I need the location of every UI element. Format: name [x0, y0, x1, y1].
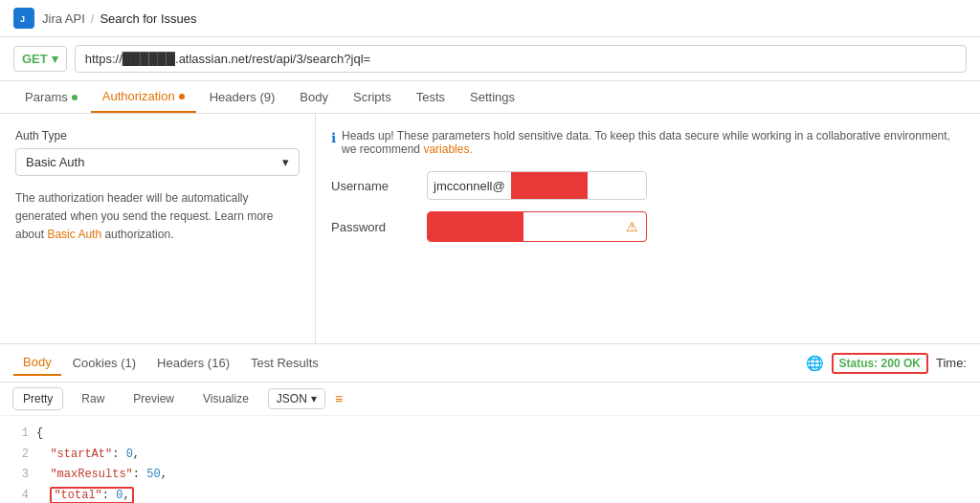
format-pretty-button[interactable]: Pretty [13, 388, 62, 409]
url-input[interactable] [75, 45, 967, 73]
time-label: Time: [936, 356, 967, 370]
warning-icon: ⚠ [618, 219, 646, 234]
json-line-4: 4 "total": 0, [13, 486, 967, 503]
resp-tab-headers-label: Headers (16) [157, 356, 230, 370]
notice-box: ℹ Heads up! These parameters hold sensit… [331, 129, 965, 156]
svg-text:J: J [20, 14, 25, 24]
format-type-label: JSON [277, 392, 307, 405]
right-panel: ℹ Heads up! These parameters hold sensit… [316, 114, 980, 343]
request-tabs: Params Authorization Headers (9) Body Sc… [0, 81, 980, 114]
format-controls: Pretty Raw Preview Visualize JSON ▾ ≡ [0, 383, 980, 416]
top-bar: J Jira API / Search for Issues [0, 0, 980, 37]
format-preview-button[interactable]: Preview [123, 388, 184, 409]
format-type-select[interactable]: JSON ▾ [268, 388, 325, 409]
resp-tab-cookies-label: Cookies (1) [73, 356, 136, 370]
left-panel: Auth Type Basic Auth ▾ The authorization… [0, 114, 316, 343]
password-row: Password ⚠ [331, 211, 965, 242]
basic-auth-link[interactable]: Basic Auth [47, 228, 101, 241]
chevron-down-icon: ▾ [311, 392, 317, 405]
resp-tab-cookies[interactable]: Cookies (1) [63, 351, 145, 375]
username-label: Username [331, 179, 427, 193]
tab-settings[interactable]: Settings [458, 82, 526, 112]
status-badge: Status: 200 OK [832, 353, 928, 374]
response-area: Body Cookies (1) Headers (16) Test Resul… [0, 343, 980, 503]
main-content: Auth Type Basic Auth ▾ The authorization… [0, 114, 980, 343]
resp-tab-test-results[interactable]: Test Results [241, 351, 328, 375]
format-visualize-button[interactable]: Visualize [193, 388, 258, 409]
tab-headers-label: Headers (9) [210, 90, 276, 104]
tab-scripts-label: Scripts [353, 90, 391, 104]
breadcrumb-parent: Jira API [42, 11, 85, 26]
breadcrumb-separator: / [91, 11, 95, 26]
app-icon: J [13, 8, 34, 29]
tab-authorization-label: Authorization [102, 89, 175, 103]
password-redacted [428, 212, 523, 241]
method-dropdown[interactable]: GET ▾ [13, 46, 67, 72]
globe-icon: 🌐 [806, 355, 824, 372]
variables-link[interactable]: variables. [423, 142, 472, 156]
params-dot [72, 95, 78, 100]
json-body: 1 { 2 "startAt": 0, 3 "maxResults": 50, … [0, 416, 980, 503]
response-status-area: 🌐 Status: 200 OK Time: [806, 353, 967, 374]
tab-body[interactable]: Body [288, 82, 340, 112]
username-redacted [511, 172, 588, 199]
auth-desc-end: authorization. [104, 228, 173, 241]
username-input-wrapper: jmcconnell@ [427, 171, 647, 200]
chevron-down-icon: ▾ [52, 52, 58, 66]
resp-tab-body-label: Body [23, 355, 52, 369]
username-prefix: jmcconnell@ [428, 174, 511, 198]
auth-description: The authorization header will be automat… [15, 189, 300, 245]
breadcrumb: Jira API / Search for Issues [42, 11, 197, 26]
auth-type-select[interactable]: Basic Auth ▾ [15, 148, 300, 176]
notice-text: Heads up! These parameters hold sensitiv… [342, 129, 957, 156]
password-input-wrapper[interactable]: ⚠ [427, 211, 647, 242]
auth-type-label: Auth Type [15, 129, 300, 142]
info-icon: ℹ [331, 130, 336, 145]
json-line-1: 1 { [13, 424, 967, 445]
method-label: GET [22, 52, 48, 66]
tab-tests-label: Tests [416, 90, 445, 104]
chevron-down-icon: ▾ [282, 155, 289, 169]
tab-scripts[interactable]: Scripts [342, 82, 403, 112]
tab-headers[interactable]: Headers (9) [198, 82, 287, 112]
tab-settings-label: Settings [470, 90, 515, 104]
authorization-dot [179, 94, 185, 99]
username-row: Username jmcconnell@ [331, 171, 965, 200]
format-raw-button[interactable]: Raw [72, 388, 114, 409]
url-bar: GET ▾ [0, 37, 980, 81]
tab-authorization[interactable]: Authorization [91, 81, 196, 113]
tab-params-label: Params [25, 90, 68, 104]
auth-type-value: Basic Auth [26, 155, 84, 169]
password-label: Password [331, 220, 427, 234]
tab-params[interactable]: Params [13, 82, 89, 112]
response-tabs: Body Cookies (1) Headers (16) Test Resul… [0, 344, 980, 383]
wrap-icon[interactable]: ≡ [335, 391, 343, 406]
resp-tab-test-results-label: Test Results [251, 356, 319, 370]
json-line-3: 3 "maxResults": 50, [13, 465, 967, 486]
resp-tab-body[interactable]: Body [13, 350, 61, 376]
json-line-2: 2 "startAt": 0, [13, 445, 967, 466]
tab-body-label: Body [300, 90, 328, 104]
breadcrumb-current: Search for Issues [100, 11, 196, 26]
tab-tests[interactable]: Tests [405, 82, 457, 112]
resp-tab-headers[interactable]: Headers (16) [147, 351, 239, 375]
